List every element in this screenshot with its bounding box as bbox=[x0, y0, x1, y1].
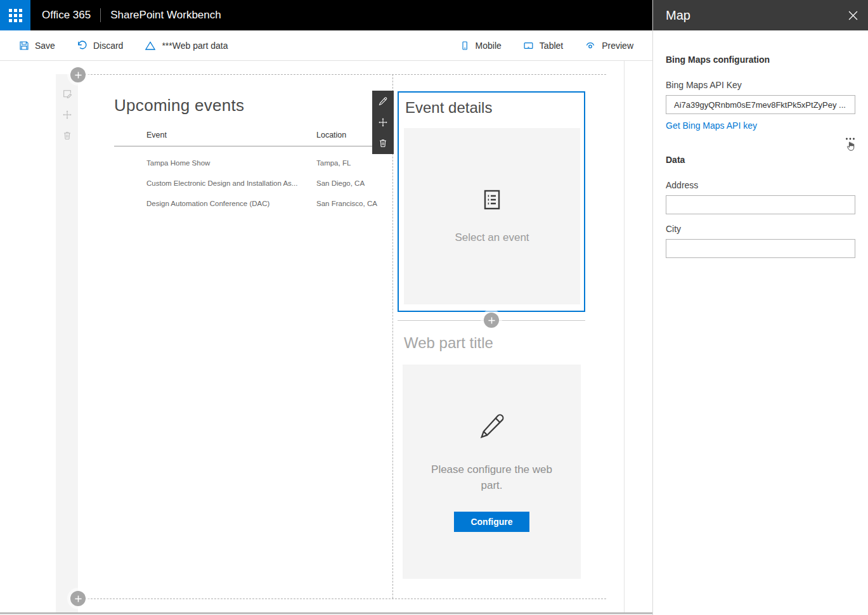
add-section-top-button[interactable] bbox=[70, 67, 86, 82]
preview-eye-icon bbox=[585, 40, 596, 51]
edit-webpart-icon[interactable] bbox=[378, 96, 388, 107]
more-ellipsis-icon[interactable] bbox=[845, 134, 855, 141]
add-section-bottom-button[interactable] bbox=[70, 591, 86, 606]
undo-icon bbox=[77, 40, 87, 51]
webpart-data-label: ***Web part data bbox=[162, 41, 228, 51]
event-cell: Custom Electronic Design and Installatio… bbox=[146, 179, 316, 187]
plus-icon bbox=[74, 71, 82, 79]
pencil-icon bbox=[477, 411, 507, 444]
address-label: Address bbox=[666, 180, 855, 190]
command-bar: Save Discard ***Web part data Mobile Tab… bbox=[0, 30, 652, 61]
move-webpart-icon[interactable] bbox=[378, 117, 388, 127]
property-panel-title: Map bbox=[666, 8, 690, 23]
upcoming-events-table: Event Location Tampa Home Show Tampa, FL… bbox=[114, 131, 388, 207]
address-input[interactable] bbox=[666, 195, 855, 214]
tablet-preview-button[interactable]: Tablet bbox=[523, 40, 563, 51]
preview-button[interactable]: Preview bbox=[585, 40, 633, 51]
suite-bar: Office 365 SharePoint Workbench bbox=[0, 0, 652, 30]
select-event-text: Select an event bbox=[455, 231, 529, 244]
app-launcher-button[interactable] bbox=[0, 0, 30, 30]
add-webpart-button[interactable] bbox=[484, 313, 499, 328]
brand-title: Office 365 bbox=[42, 9, 91, 22]
city-label: City bbox=[666, 224, 855, 234]
upcoming-events-title: Upcoming events bbox=[114, 96, 244, 115]
save-label: Save bbox=[35, 41, 55, 51]
save-button[interactable]: Save bbox=[19, 41, 55, 51]
mobile-label: Mobile bbox=[476, 41, 502, 51]
property-panel-header: Map bbox=[653, 0, 868, 30]
warning-triangle-icon bbox=[145, 40, 156, 51]
data-heading: Data bbox=[666, 155, 855, 165]
map-webpart-title: Web part title bbox=[404, 334, 493, 352]
property-panel-body: Bing Maps configuration Bing Maps API Ke… bbox=[653, 30, 868, 258]
api-key-label: Bing Maps API Key bbox=[666, 80, 855, 90]
event-cell: Tampa Home Show bbox=[146, 159, 316, 167]
location-cell: Tampa, FL bbox=[316, 159, 388, 167]
location-cell: San Diego, CA bbox=[316, 179, 388, 187]
section-toolbar bbox=[62, 89, 72, 141]
event-cell: Design Automation Conference (DAC) bbox=[146, 200, 316, 207]
close-icon[interactable] bbox=[848, 11, 858, 20]
configure-button[interactable]: Configure bbox=[454, 512, 529, 532]
mobile-icon bbox=[460, 41, 470, 51]
discard-label: Discard bbox=[93, 41, 123, 51]
get-api-key-link[interactable]: Get Bing Maps API key bbox=[666, 120, 757, 131]
city-input[interactable] bbox=[666, 239, 855, 258]
event-details-placeholder: Select an event bbox=[404, 128, 580, 304]
mobile-preview-button[interactable]: Mobile bbox=[460, 41, 502, 51]
section-rail bbox=[56, 74, 78, 612]
map-webpart-placeholder: Please configure the web part. Configure bbox=[403, 365, 581, 579]
section-border-top bbox=[78, 74, 606, 75]
document-list-icon bbox=[481, 188, 503, 214]
delete-webpart-icon[interactable] bbox=[378, 138, 388, 148]
brand-divider bbox=[100, 8, 101, 22]
app-title: SharePoint Workbench bbox=[110, 9, 221, 22]
table-row: Custom Electronic Design and Installatio… bbox=[114, 179, 388, 187]
event-details-title: Event details bbox=[405, 99, 492, 117]
waffle-icon bbox=[9, 9, 22, 22]
save-icon bbox=[19, 41, 29, 51]
plus-icon bbox=[74, 595, 82, 603]
property-panel: Map Bing Maps configuration Bing Maps AP… bbox=[652, 0, 868, 615]
column-header-event: Event bbox=[146, 131, 316, 139]
section-move-icon[interactable] bbox=[62, 110, 72, 120]
configure-message: Please configure the web part. bbox=[422, 462, 562, 493]
event-details-webpart[interactable]: Event details Select an event bbox=[398, 91, 585, 312]
discard-button[interactable]: Discard bbox=[77, 40, 123, 51]
table-header-row: Event Location bbox=[114, 131, 388, 146]
section-border-bottom bbox=[78, 599, 606, 599]
tablet-label: Tablet bbox=[540, 41, 563, 51]
webpart-toolbar bbox=[372, 91, 394, 154]
section-edit-icon[interactable] bbox=[62, 89, 72, 99]
workbench-root: Office 365 SharePoint Workbench Save Dis… bbox=[0, 0, 868, 615]
webpart-data-button[interactable]: ***Web part data bbox=[145, 40, 228, 51]
api-key-input[interactable] bbox=[666, 95, 855, 114]
table-row: Design Automation Conference (DAC) San F… bbox=[114, 200, 388, 207]
plus-icon bbox=[488, 316, 496, 325]
preview-label: Preview bbox=[602, 41, 633, 51]
bing-maps-config-heading: Bing Maps configuration bbox=[666, 55, 855, 65]
section-delete-icon[interactable] bbox=[62, 131, 72, 141]
location-cell: San Francisco, CA bbox=[316, 200, 388, 207]
tablet-icon bbox=[523, 40, 534, 51]
table-row: Tampa Home Show Tampa, FL bbox=[114, 159, 388, 167]
